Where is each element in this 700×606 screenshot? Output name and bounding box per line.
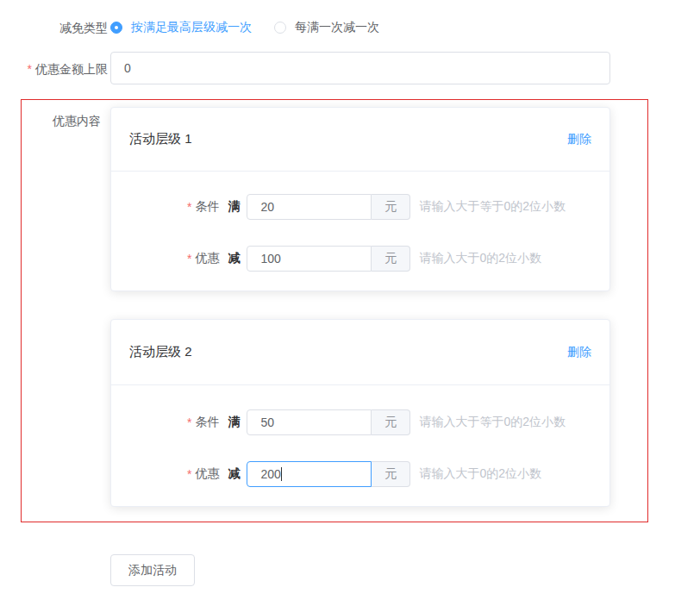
discount-type-label: 减免类型 [0,19,108,36]
delete-tier-link[interactable]: 删除 [567,132,591,147]
tier-card-header: 活动层级 1 删除 [111,108,609,172]
radio-option-every-threshold[interactable]: 每满一次减一次 [274,20,379,35]
input-hint: 请输入大于0的2位小数 [419,251,541,266]
radio-option-label: 按满足最高层级减一次 [131,20,252,35]
required-asterisk: * [187,200,191,214]
radio-selected-icon[interactable] [110,22,122,34]
tier-card-header: 活动层级 2 删除 [111,320,609,385]
radio-unselected-icon[interactable] [274,22,286,34]
condition-verb: 满 [228,199,240,215]
discount-limit-label-text: 优惠金额上限 [35,62,108,76]
discount-input-group-focused: 元 [247,461,410,487]
unit-suffix: 元 [372,194,410,220]
text-cursor [281,467,282,481]
input-hint: 请输入大于0的2位小数 [419,466,541,482]
required-asterisk: * [187,467,191,481]
tier-card-2: 活动层级 2 删除 * 条件 满 元 请输入大于等于0的2位小数 * 优惠 减 … [110,319,610,507]
condition-label: 条件 [195,415,219,430]
discount-label: 优惠 [195,251,219,266]
discount-type-radio-group: 按满足最高层级减一次 每满一次减一次 [110,19,379,36]
condition-amount-input[interactable] [247,194,372,220]
discount-content-label: 优惠内容 [0,112,101,129]
radio-option-label: 每满一次减一次 [295,20,379,35]
discount-limit-input[interactable] [110,52,610,84]
condition-row: * 条件 满 元 请输入大于等于0的2位小数 [187,194,566,220]
unit-suffix: 元 [372,409,410,435]
radio-option-highest-tier[interactable]: 按满足最高层级减一次 [110,20,252,35]
condition-row: * 条件 满 元 请输入大于等于0的2位小数 [187,409,566,435]
condition-label: 条件 [195,199,219,215]
discount-verb: 减 [228,251,240,266]
discount-row: * 优惠 减 元 请输入大于0的2位小数 [187,461,541,487]
delete-tier-link[interactable]: 删除 [567,345,591,360]
discount-verb: 减 [228,466,240,482]
condition-verb: 满 [228,415,240,430]
tier-title: 活动层级 2 [129,344,192,360]
condition-input-group: 元 [247,409,410,435]
input-hint: 请输入大于等于0的2位小数 [419,199,566,215]
discount-row: * 优惠 减 元 请输入大于0的2位小数 [187,246,541,272]
required-asterisk: * [28,62,32,76]
discount-amount-input[interactable] [247,246,372,272]
tier-title: 活动层级 1 [129,131,192,147]
tier-card-1: 活动层级 1 删除 * 条件 满 元 请输入大于等于0的2位小数 * 优惠 减 … [110,107,610,291]
input-hint: 请输入大于等于0的2位小数 [419,415,566,430]
required-asterisk: * [187,252,191,266]
promotion-discount-form: 减免类型 按满足最高层级减一次 每满一次减一次 *优惠金额上限 优惠内容 活动层… [0,0,700,606]
discount-amount-input-focused[interactable] [247,461,372,487]
discount-input-group: 元 [247,246,410,272]
condition-input-group: 元 [247,194,410,220]
unit-suffix: 元 [372,461,410,487]
required-asterisk: * [187,415,191,429]
condition-amount-input[interactable] [247,409,372,435]
discount-label: 优惠 [195,466,219,482]
discount-limit-label: *优惠金额上限 [0,60,108,78]
unit-suffix: 元 [372,246,410,272]
add-activity-button[interactable]: 添加活动 [110,554,195,586]
